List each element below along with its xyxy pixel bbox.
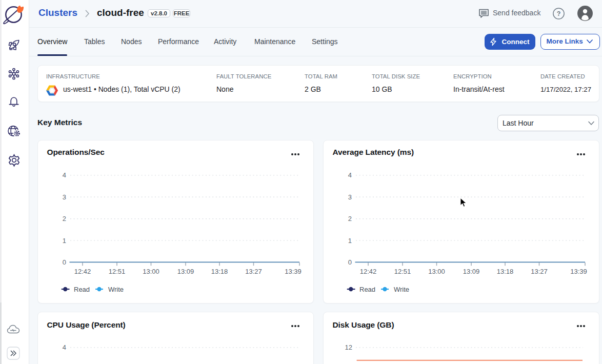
svg-text:13:09: 13:09: [177, 268, 194, 275]
svg-text:12:51: 12:51: [394, 268, 411, 275]
svg-text:0: 0: [348, 258, 352, 266]
svg-text:12: 12: [345, 343, 352, 351]
svg-text:13:18: 13:18: [497, 268, 514, 275]
svg-text:Write: Write: [394, 286, 409, 293]
svg-text:?: ?: [557, 10, 561, 17]
svg-text:4: 4: [348, 171, 352, 179]
svg-text:2: 2: [63, 215, 66, 223]
svg-text:13:27: 13:27: [245, 268, 262, 275]
svg-text:13:27: 13:27: [531, 268, 548, 275]
svg-text:13:18: 13:18: [211, 268, 228, 275]
svg-text:4: 4: [63, 343, 66, 351]
svg-text:1: 1: [348, 237, 352, 245]
svg-text:12:42: 12:42: [74, 268, 91, 275]
svg-text:Read: Read: [359, 286, 375, 293]
svg-text:Read: Read: [74, 286, 90, 293]
svg-text:3: 3: [63, 193, 66, 201]
svg-text:2: 2: [348, 215, 352, 223]
svg-text:3: 3: [348, 193, 352, 201]
svg-text:0: 0: [63, 258, 66, 266]
svg-text:13:39: 13:39: [285, 268, 302, 275]
svg-text:13:00: 13:00: [428, 268, 445, 275]
svg-text:Write: Write: [108, 286, 124, 293]
svg-text:13:09: 13:09: [463, 268, 480, 275]
svg-text:13:00: 13:00: [143, 268, 159, 275]
svg-text:12:42: 12:42: [360, 268, 377, 275]
svg-text:4: 4: [63, 171, 66, 179]
svg-text:12:51: 12:51: [109, 268, 126, 275]
svg-text:13:39: 13:39: [570, 268, 587, 275]
svg-text:1: 1: [63, 237, 66, 245]
